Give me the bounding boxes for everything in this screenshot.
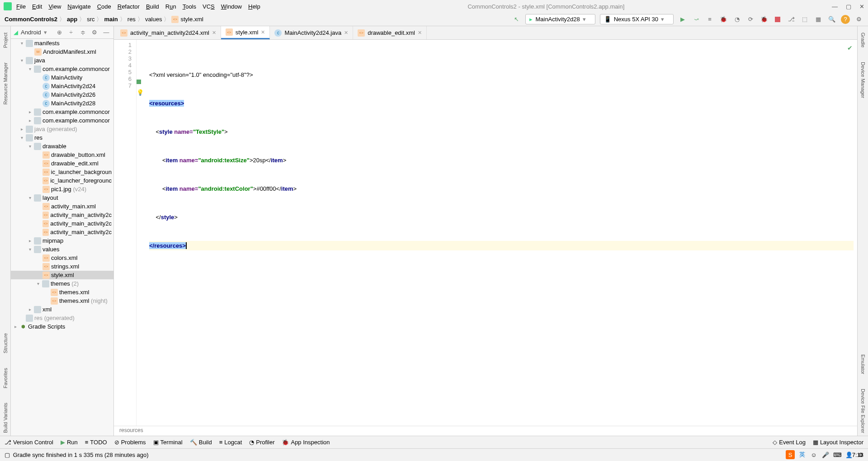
menu-code[interactable]: Code — [97, 3, 111, 10]
debug-icon[interactable]: 🐞 — [719, 15, 728, 24]
menu-edit[interactable]: Edit — [32, 3, 42, 10]
status-box-icon[interactable]: ▢ — [5, 452, 10, 458]
menu-window[interactable]: Window — [221, 3, 242, 10]
tree-resgen[interactable]: res (generated) — [34, 314, 75, 322]
menu-refactor[interactable]: Refactor — [118, 3, 140, 10]
collapse-icon[interactable]: ≑ — [78, 28, 87, 37]
rail-structure[interactable]: Structure — [2, 330, 9, 356]
color-swatch-icon[interactable] — [137, 80, 141, 84]
tree-ma28[interactable]: MainActivity2d28 — [51, 99, 95, 108]
menu-navigate[interactable]: Navigate — [67, 3, 90, 10]
editor-crumb[interactable]: resources — [114, 426, 857, 436]
tray-mic-icon[interactable]: 🎤 — [821, 450, 830, 459]
update-icon[interactable]: ⬚ — [800, 15, 809, 24]
stop-icon[interactable] — [773, 15, 782, 24]
search-icon[interactable]: 🔍 — [827, 15, 836, 24]
select-opened-icon[interactable]: ⊕ — [55, 28, 64, 37]
tray-sogou-icon[interactable]: S — [786, 450, 795, 459]
bottom-eventlog[interactable]: ◇ Event Log — [773, 439, 806, 446]
bottom-todo[interactable]: ≡ TODO — [85, 439, 107, 446]
bulb-icon[interactable]: 💡 — [137, 89, 146, 99]
coverage-icon[interactable]: ≡ — [705, 15, 714, 24]
bottom-logcat[interactable]: ≡ Logcat — [219, 439, 242, 446]
rail-device-file-explorer[interactable]: Device File Explorer — [859, 386, 867, 436]
menu-view[interactable]: View — [48, 3, 61, 10]
bottom-vc[interactable]: ⎇ Version Control — [5, 439, 53, 446]
profile-icon[interactable]: ◔ — [732, 15, 741, 24]
tab-drawable-edit[interactable]: <>drawable_edit.xml✕ — [353, 26, 427, 39]
breadcrumb-4[interactable]: res — [127, 16, 136, 23]
rail-project[interactable]: Project — [2, 30, 9, 51]
tree-db1[interactable]: drawable_button.xml — [51, 151, 105, 159]
tree-ma24[interactable]: MainActivity2d24 — [51, 82, 95, 90]
breadcrumb-0[interactable]: CommonControls2 — [5, 16, 57, 23]
breadcrumb-3[interactable]: main — [104, 16, 118, 23]
tree-mipmap[interactable]: mipmap — [42, 236, 63, 245]
tray-keyboard-icon[interactable]: ⌨ — [833, 450, 842, 459]
menu-build[interactable]: Build — [146, 3, 159, 10]
tree-mainactivity[interactable]: MainActivity — [51, 73, 82, 82]
close-icon[interactable]: ✕ — [344, 30, 348, 36]
minimize-icon[interactable]: — — [832, 3, 838, 10]
rail-resource-manager[interactable]: Resource Manager — [2, 60, 9, 108]
debug-run-icon[interactable]: ⤻ — [692, 15, 701, 24]
tree-l1[interactable]: activity_main.xml — [51, 202, 96, 211]
tree-pkg3[interactable]: com.example.commoncor — [42, 116, 110, 125]
expand-icon[interactable]: ÷ — [66, 28, 75, 37]
tree-l2[interactable]: activity_main_activity2c — [50, 211, 112, 219]
tray-emoji-icon[interactable]: ☺ — [809, 450, 818, 459]
breadcrumb-2[interactable]: src — [87, 16, 94, 23]
inspection-ok-icon[interactable]: ✔ — [847, 43, 853, 53]
tree-v2[interactable]: strings.xml — [51, 262, 79, 271]
run-config-select[interactable]: ▸ MainActivity2d28 ▾ — [525, 14, 595, 24]
tree-java[interactable]: java — [34, 56, 45, 65]
hide-panel-icon[interactable]: — — [102, 28, 111, 37]
tree-l4[interactable]: activity_main_activity2c — [50, 228, 112, 236]
tree-db4[interactable]: ic_launcher_foregrounc — [50, 176, 112, 185]
tray-ime-icon[interactable]: 英 — [797, 450, 807, 459]
tree-db2[interactable]: drawable_edit.xml — [51, 159, 99, 168]
breadcrumb-5[interactable]: values — [145, 16, 162, 23]
tree-javagen[interactable]: java (generated) — [34, 125, 77, 133]
project-tree[interactable]: ▾manifests MAndroidManifest.xml ▾java ▾c… — [11, 39, 113, 436]
bottom-layoutinsp[interactable]: ▦ Layout Inspector — [813, 439, 863, 446]
close-icon[interactable]: ✕ — [859, 3, 864, 10]
tree-layout[interactable]: layout — [42, 193, 58, 202]
close-icon[interactable]: ✕ — [418, 30, 422, 36]
code-editor[interactable]: 1234567 💡 ✔ <?xml version="1.0" encoding… — [114, 40, 857, 426]
tree-themes[interactable]: themes (2) — [51, 279, 79, 288]
attach-icon[interactable]: ⟳ — [746, 15, 755, 24]
menu-file[interactable]: FFileile — [16, 3, 26, 10]
tray-settings-icon[interactable]: ⚙ — [856, 450, 865, 459]
menu-vcs[interactable]: VCS — [203, 3, 215, 10]
tree-values[interactable]: values — [42, 245, 60, 254]
device-select[interactable]: 📱 Nexus 5X API 30 ▾ — [600, 14, 674, 24]
tree-gradle[interactable]: Gradle Scripts — [28, 322, 65, 331]
bottom-profiler[interactable]: ◔ Profiler — [249, 439, 274, 446]
rail-device-manager[interactable]: Device Manager — [859, 59, 867, 101]
tab-mainactivity[interactable]: cMainActivity2d24.java✕ — [270, 26, 353, 39]
tab-activity-main[interactable]: <>activity_main_activity2d24.xml✕ — [116, 26, 221, 39]
close-icon[interactable]: ✕ — [212, 30, 216, 36]
tree-pkg2[interactable]: com.example.commoncor — [42, 108, 110, 116]
menu-help[interactable]: Help — [248, 3, 260, 10]
tree-drawable[interactable]: drawable — [42, 142, 66, 151]
maximize-icon[interactable]: ▢ — [846, 3, 851, 10]
rail-emulator[interactable]: Emulator — [859, 352, 867, 377]
tree-ma26[interactable]: MainActivity2d26 — [51, 90, 95, 99]
bottom-build[interactable]: 🔨 Build — [190, 439, 212, 446]
run-icon[interactable]: ▶ — [678, 15, 687, 24]
rail-build-variants[interactable]: Build Variants — [2, 400, 9, 436]
tree-t1[interactable]: themes.xml — [59, 288, 89, 296]
settings-icon[interactable]: ⚙ — [854, 15, 863, 24]
tree-l3[interactable]: activity_main_activity2c — [50, 219, 112, 228]
tree-xml[interactable]: xml — [42, 305, 52, 314]
tree-db5[interactable]: pic1.jpg (v24) — [51, 185, 86, 193]
panel-label[interactable]: Android — [21, 29, 41, 36]
tree-manifest[interactable]: AndroidManifest.xml — [43, 47, 96, 56]
breadcrumb-6[interactable]: style.xml — [180, 16, 203, 23]
bottom-appinsp[interactable]: 🐞 App Inspection — [282, 439, 330, 446]
close-icon[interactable]: ✕ — [261, 29, 265, 35]
rail-favorites[interactable]: Favorites — [2, 365, 9, 391]
tree-v1[interactable]: colors.xml — [51, 254, 78, 262]
